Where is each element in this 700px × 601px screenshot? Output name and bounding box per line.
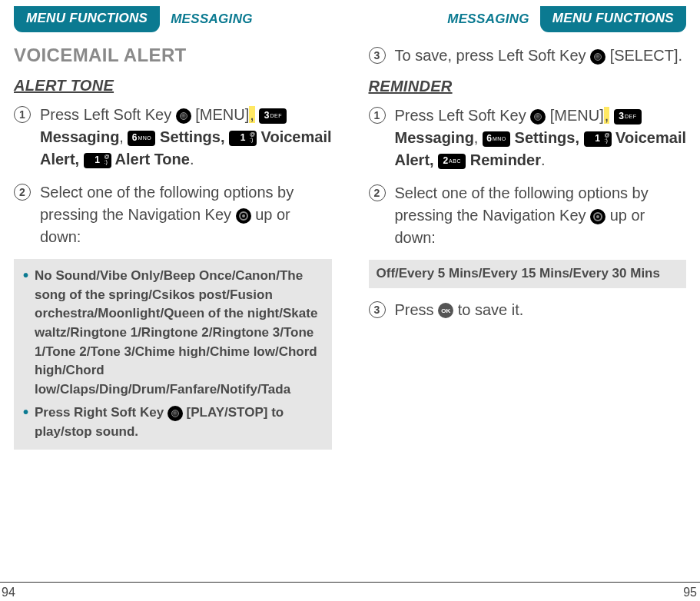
highlight: , — [604, 107, 610, 124]
text: . — [190, 151, 194, 168]
text: Settings, — [510, 129, 579, 146]
text: Alert Tone — [111, 151, 190, 168]
footer-left: 94 — [0, 582, 350, 599]
text: [SELECT]. — [605, 47, 682, 64]
list-item: • Press Right Soft Key [PLAY/STOP] to pl… — [23, 403, 324, 441]
step-number-3: 3 — [369, 47, 386, 64]
key-1-icon: 1@:) — [229, 131, 257, 146]
highlight: , — [249, 106, 255, 123]
left-soft-key-icon — [176, 108, 191, 124]
text: No Sound/Vibe Only/Beep Once/Canon/The s… — [35, 267, 323, 399]
text: To save, press Left Soft Key — [395, 47, 591, 64]
text: . — [541, 151, 546, 168]
list-item: • No Sound/Vibe Only/Beep Once/Canon/The… — [23, 267, 324, 399]
text: Settings, — [155, 128, 224, 145]
step-3: 3 To save, press Left Soft Key [SELECT]. — [369, 45, 687, 67]
page-94: MENU FUNCTIONS MESSAGING VOICEMAIL ALERT… — [0, 0, 350, 601]
key-2abc-icon: 2ABC — [438, 154, 466, 169]
steps-reminder: 1 Press Left Soft Key [MENU], 3DEF Messa… — [369, 105, 687, 249]
bullet-icon: • — [23, 404, 28, 441]
step-2: 2 Select one of the following options by… — [369, 182, 687, 249]
text: Press Right Soft Key — [35, 405, 168, 420]
step-number-1: 1 — [369, 107, 386, 124]
steps-alert-tone: 1 Press Left Soft Key [MENU], 3DEF Messa… — [14, 104, 332, 248]
left-soft-key-icon — [590, 49, 605, 65]
page-95: MESSAGING MENU FUNCTIONS 3 To save, pres… — [350, 0, 701, 601]
page-number: 95 — [683, 586, 697, 599]
steps-reminder-cont: 3 Press OK to save it. — [369, 299, 687, 321]
step-number-3: 3 — [369, 301, 386, 318]
text: Off/Every 5 Mins/Every 15 Mins/Every 30 … — [377, 266, 660, 281]
text: [MENU] — [546, 107, 604, 124]
footer-right: 95 — [350, 582, 701, 599]
key-3def-icon: 3DEF — [259, 108, 287, 124]
text: Press Left Soft Key — [40, 106, 176, 123]
header-right: MESSAGING MENU FUNCTIONS — [369, 6, 687, 32]
options-box-alert-tone: • No Sound/Vibe Only/Beep Once/Canon/The… — [14, 259, 332, 450]
step-3: 3 Press OK to save it. — [369, 299, 687, 321]
text: , — [474, 129, 483, 146]
subhead-alert-tone: ALERT TONE — [14, 77, 332, 95]
tab-menu-functions: MENU FUNCTIONS — [540, 6, 686, 32]
step-number-2: 2 — [14, 184, 31, 201]
text: Messaging — [40, 128, 119, 145]
text: Reminder — [470, 151, 541, 168]
left-soft-key-icon — [530, 109, 546, 125]
subhead-reminder: REMINDER — [369, 78, 687, 95]
step-number-1: 1 — [14, 106, 31, 123]
header-left: MENU FUNCTIONS MESSAGING — [14, 6, 332, 32]
key-3def-icon: 3DEF — [614, 109, 642, 125]
key-1-icon: 1@:) — [84, 153, 111, 168]
text: , — [119, 128, 128, 145]
step-1: 1 Press Left Soft Key [MENU], 3DEF Messa… — [369, 105, 687, 171]
options-box-reminder: Off/Every 5 Mins/Every 15 Mins/Every 30 … — [369, 260, 687, 288]
steps-continued: 3 To save, press Left Soft Key [SELECT]. — [369, 45, 687, 67]
right-soft-key-icon — [168, 406, 183, 421]
text: [MENU] — [191, 106, 250, 123]
nav-key-icon — [590, 209, 605, 224]
text: Press Left Soft Key — [395, 107, 531, 124]
step-number-2: 2 — [369, 184, 386, 201]
crumb-messaging: MESSAGING — [447, 12, 529, 27]
text: to save it. — [453, 301, 523, 318]
ok-key-icon: OK — [438, 303, 453, 318]
key-1-icon: 1@:) — [584, 131, 612, 147]
nav-key-icon — [236, 208, 251, 224]
crumb-messaging: MESSAGING — [171, 12, 253, 27]
step-2: 2 Select one of the following options by… — [14, 181, 332, 248]
section-title: VOICEMAIL ALERT — [14, 45, 332, 66]
key-6mno-icon: 6MNO — [483, 131, 510, 147]
text: Messaging — [395, 129, 474, 146]
text: Press — [395, 301, 439, 318]
tab-menu-functions: MENU FUNCTIONS — [14, 6, 160, 32]
bullet-icon: • — [23, 267, 28, 399]
key-6mno-icon: 6MNO — [128, 131, 155, 146]
step-1: 1 Press Left Soft Key [MENU], 3DEF Messa… — [14, 104, 332, 171]
page-number: 94 — [2, 586, 15, 599]
